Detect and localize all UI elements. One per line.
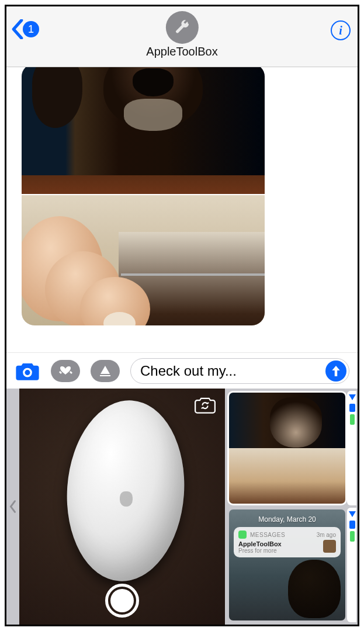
wifi-icon: [349, 511, 356, 517]
messages-app-icon: [238, 531, 247, 539]
bluetooth-icon: [349, 521, 355, 529]
battery-icon: [350, 414, 355, 425]
back-unread-badge: 1: [23, 21, 39, 37]
chevron-left-icon: [11, 19, 24, 39]
app-frame: 1 AppleToolBox i: [5, 5, 359, 626]
conversation-thread[interactable]: [6, 67, 358, 352]
status-strip: [347, 389, 358, 625]
recent-photos-column: Monday, March 20 MESSAGES 3m ago AppleTo…: [225, 389, 347, 625]
send-button[interactable]: [325, 360, 346, 382]
notification-time: 3m ago: [317, 532, 336, 538]
app-store-button[interactable]: [91, 360, 120, 382]
received-image-bubble[interactable]: [22, 67, 265, 325]
switch-camera-button[interactable]: [193, 396, 217, 414]
message-input-text: Check out my...: [140, 363, 325, 379]
conversation-header: 1 AppleToolBox i: [6, 6, 358, 67]
battery-icon: [350, 531, 355, 542]
screenshot-notification: MESSAGES 3m ago AppleToolBox Press for m…: [234, 527, 341, 557]
contact-avatar: [166, 11, 199, 44]
status-strip-cell-1[interactable]: [347, 391, 356, 505]
screenshot-wallpaper-subject: [288, 560, 341, 618]
photo-drawer: Monday, March 20 MESSAGES 3m ago AppleTo…: [6, 389, 358, 625]
preview-subject: [61, 396, 190, 585]
shutter-button[interactable]: [105, 584, 139, 618]
camera-rotate-icon: [195, 396, 216, 414]
notification-app-label: MESSAGES: [250, 532, 313, 538]
back-button[interactable]: 1: [11, 19, 39, 39]
drawer-collapse-button[interactable]: [6, 389, 19, 625]
contact-block[interactable]: AppleToolBox: [146, 11, 217, 58]
notification-thumb: [323, 540, 336, 553]
contact-name: AppleToolBox: [146, 45, 217, 58]
heart-fingers-icon: [57, 364, 74, 378]
info-icon: i: [339, 24, 342, 37]
wifi-icon: [349, 394, 356, 400]
attachment-photo-dog[interactable]: [22, 67, 265, 195]
recent-photo-2[interactable]: Monday, March 20 MESSAGES 3m ago AppleTo…: [227, 508, 347, 622]
live-camera-preview[interactable]: [19, 389, 225, 625]
digital-touch-button[interactable]: [51, 360, 80, 382]
info-button[interactable]: i: [331, 20, 351, 40]
screenshot-date: Monday, March 20: [229, 515, 345, 523]
compose-bar: Check out my...: [6, 352, 358, 389]
chevron-left-icon: [9, 499, 17, 514]
arrow-up-icon: [331, 365, 341, 377]
status-strip-cell-2[interactable]: [347, 508, 356, 622]
attachment-photo-fingers[interactable]: [22, 195, 265, 325]
apple-logo-icon: [120, 491, 133, 507]
bluetooth-icon: [349, 404, 355, 412]
message-input[interactable]: Check out my...: [130, 358, 349, 384]
app-store-icon: [97, 364, 113, 378]
camera-button[interactable]: [15, 359, 40, 383]
notification-title: AppleToolBox: [238, 540, 336, 547]
shutter-dot-icon: [110, 589, 134, 612]
notification-subtitle: Press for more: [238, 547, 336, 554]
recent-photo-1[interactable]: [227, 391, 347, 505]
wrench-icon: [174, 19, 191, 36]
camera-icon: [15, 361, 40, 381]
